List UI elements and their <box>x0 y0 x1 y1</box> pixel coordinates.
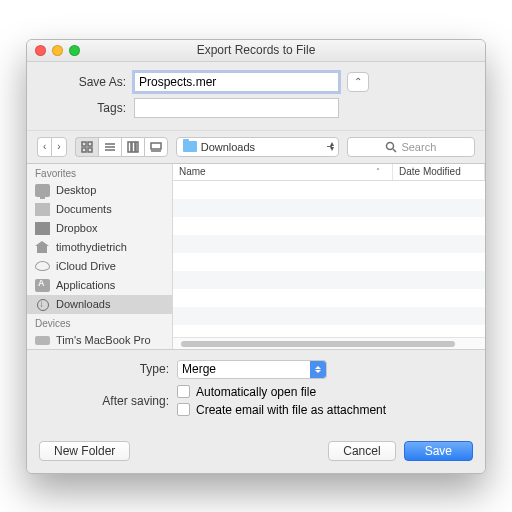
column-date[interactable]: Date Modified <box>393 164 485 180</box>
type-label: Type: <box>39 362 177 376</box>
checkbox-icon <box>177 385 190 398</box>
laptop-icon <box>35 336 50 345</box>
save-as-label: Save As: <box>39 75 134 89</box>
location-popup[interactable]: Downloads ▴▾ <box>176 137 339 157</box>
export-dialog: Export Records to File Save As: ⌃ Tags: … <box>26 39 486 474</box>
new-folder-button[interactable]: New Folder <box>39 441 130 461</box>
type-select[interactable]: Merge <box>177 360 327 379</box>
columns-icon <box>127 141 139 153</box>
svg-rect-7 <box>128 142 131 152</box>
search-icon <box>385 141 397 153</box>
create-email-checkbox[interactable]: Create email with file as attachment <box>177 403 386 417</box>
sidebar-item-macbook[interactable]: Tim's MacBook Pro <box>27 331 172 349</box>
devices-header: Devices <box>27 314 172 331</box>
gallery-icon <box>150 141 162 153</box>
svg-rect-10 <box>151 143 161 149</box>
svg-rect-3 <box>88 148 92 152</box>
downloads-icon <box>35 298 50 311</box>
chevron-left-icon: ‹ <box>43 141 46 152</box>
chevron-up-icon: ⌃ <box>354 76 362 87</box>
cloud-icon <box>35 261 50 271</box>
tags-label: Tags: <box>39 101 134 115</box>
after-saving-label: After saving: <box>39 394 177 408</box>
grid-icon <box>81 141 93 153</box>
svg-line-13 <box>393 149 396 152</box>
icon-view-button[interactable] <box>75 137 98 157</box>
coverflow-view-button[interactable] <box>144 137 168 157</box>
tags-input[interactable] <box>134 98 339 118</box>
cancel-button[interactable]: Cancel <box>328 441 395 461</box>
folder-icon <box>183 141 197 152</box>
sidebar-item-applications[interactable]: Applications <box>27 276 172 295</box>
save-as-input[interactable] <box>134 72 339 92</box>
home-icon <box>35 241 50 254</box>
favorites-header: Favorites <box>27 164 172 181</box>
desktop-icon <box>35 184 50 197</box>
sidebar-item-desktop[interactable]: Desktop <box>27 181 172 200</box>
file-browser: Name ˄ Date Modified <box>173 164 485 349</box>
column-name[interactable]: Name ˄ <box>173 164 393 180</box>
window-title: Export Records to File <box>27 43 485 57</box>
location-label: Downloads <box>201 141 255 153</box>
svg-rect-1 <box>88 142 92 146</box>
titlebar: Export Records to File <box>27 40 485 62</box>
collapse-button[interactable]: ⌃ <box>347 72 369 92</box>
updown-icon: ▴▾ <box>330 141 334 151</box>
sort-asc-icon: ˄ <box>376 167 380 176</box>
horizontal-scrollbar[interactable] <box>173 337 485 349</box>
svg-rect-0 <box>82 142 86 146</box>
nav-back-forward[interactable]: ‹ › <box>37 137 67 157</box>
sidebar: Favorites Desktop Documents Dropbox timo… <box>27 164 173 349</box>
chevron-right-icon: › <box>57 141 60 152</box>
sidebar-item-icloud[interactable]: iCloud Drive <box>27 257 172 276</box>
sidebar-item-documents[interactable]: Documents <box>27 200 172 219</box>
sidebar-item-dropbox[interactable]: Dropbox <box>27 219 172 238</box>
auto-open-checkbox[interactable]: Automatically open file <box>177 385 386 399</box>
sidebar-item-home[interactable]: timothydietrich <box>27 238 172 257</box>
svg-rect-8 <box>132 142 135 152</box>
list-view-button[interactable] <box>98 137 121 157</box>
view-mode-group[interactable] <box>75 137 168 157</box>
svg-rect-9 <box>136 142 138 152</box>
search-input[interactable]: Search <box>347 137 475 157</box>
svg-rect-2 <box>82 148 86 152</box>
save-button[interactable]: Save <box>404 441 473 461</box>
updown-icon <box>310 361 326 378</box>
column-view-button[interactable] <box>121 137 144 157</box>
sidebar-item-downloads[interactable]: Downloads <box>27 295 172 314</box>
file-list[interactable] <box>173 181 485 337</box>
documents-icon <box>35 203 50 216</box>
svg-point-12 <box>387 142 394 149</box>
checkbox-icon <box>177 403 190 416</box>
list-icon <box>104 141 116 153</box>
dropbox-icon <box>35 222 50 235</box>
applications-icon <box>35 279 50 292</box>
